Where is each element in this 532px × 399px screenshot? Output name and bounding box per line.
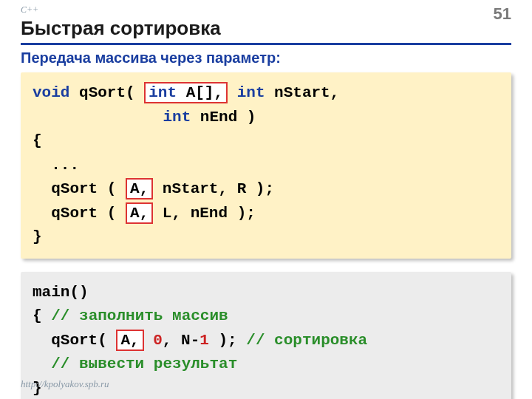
code-text: } <box>33 228 42 245</box>
code-text: { <box>33 132 42 149</box>
code-text: qSort ( <box>33 205 126 222</box>
keyword-int: int <box>228 84 265 101</box>
footer-url: http://kpolyakov.spb.ru <box>21 378 109 390</box>
code-text: nEnd ) <box>191 109 256 126</box>
page-number: 51 <box>494 4 511 24</box>
number-literal: 0 <box>153 332 163 349</box>
comment: // заполнить массив <box>51 307 228 324</box>
highlight-A: A, <box>126 202 153 224</box>
highlight-A: A, <box>116 330 143 351</box>
keyword-void: void <box>33 84 69 101</box>
code-text: qSort( <box>33 332 116 349</box>
code-text: qSort ( <box>33 180 126 197</box>
subtitle: Передача массива через параметр: <box>21 50 511 66</box>
comment: // вывести результат <box>33 355 237 372</box>
code-text <box>144 332 154 349</box>
code-text: { <box>33 307 51 324</box>
code-text: qSort( <box>69 84 144 101</box>
comment: // сортировка <box>246 332 367 349</box>
code-text <box>33 109 163 126</box>
number-literal: 1 <box>200 332 209 349</box>
code-text: nStart, R ); <box>153 180 274 197</box>
highlight-int-array: int A[], <box>144 82 228 103</box>
language-tag: C++ <box>21 4 511 16</box>
code-text: , N- <box>163 332 200 349</box>
code-text: ... <box>33 157 79 174</box>
code-text: nStart, <box>265 84 340 101</box>
code-block-function: void qSort( int A[], int nStart, int nEn… <box>21 72 511 259</box>
page-title: Быстрая сортировка <box>21 17 511 45</box>
code-text: ); <box>209 332 246 349</box>
code-text: L, nEnd ); <box>153 205 256 222</box>
keyword-int: int <box>149 84 177 101</box>
highlight-A: A, <box>126 178 153 200</box>
code-text: main() <box>33 284 89 301</box>
code-text: A[], <box>177 84 223 101</box>
keyword-int: int <box>163 109 191 126</box>
